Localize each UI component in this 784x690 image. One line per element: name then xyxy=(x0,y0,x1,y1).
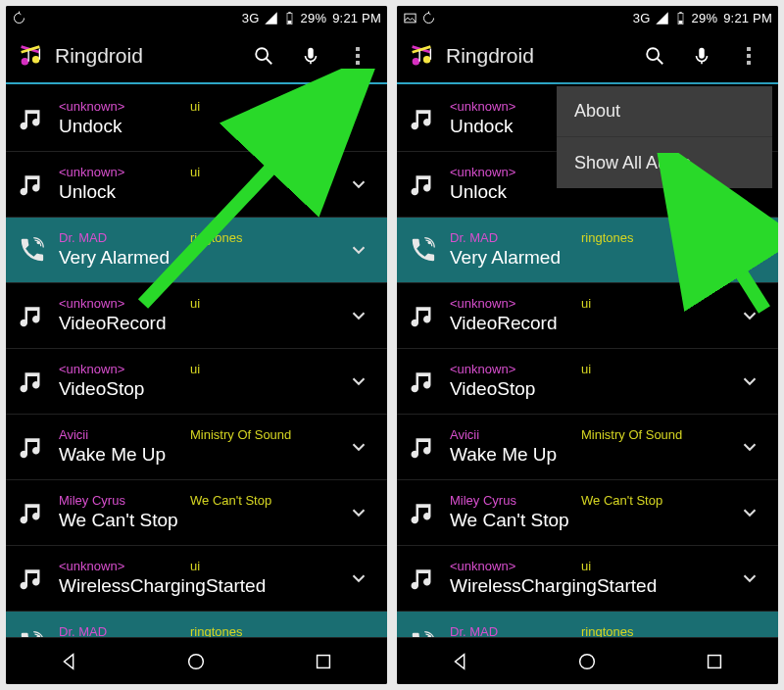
svg-rect-21 xyxy=(699,48,705,59)
signal-icon xyxy=(655,11,669,25)
list-item[interactable]: Miley CyrusWe Can't StopWe Can't Stop xyxy=(6,480,387,546)
action-bar: Ringdroid xyxy=(6,29,387,84)
artist-label: Dr. MAD xyxy=(59,231,167,245)
list-item[interactable]: <unknown>uiWirelessChargingStarted xyxy=(6,546,387,612)
list-item-meta: AviciiMinistry Of SoundWake Me Up xyxy=(51,428,334,466)
clock: 9:21 PM xyxy=(723,11,772,25)
list-item-meta: AviciiMinistry Of SoundWake Me Up xyxy=(442,428,725,466)
artist-label: Miley Cyrus xyxy=(59,494,167,508)
expand-button[interactable] xyxy=(334,502,383,523)
svg-point-24 xyxy=(580,654,595,668)
expand-button[interactable] xyxy=(725,239,774,261)
expand-button[interactable] xyxy=(334,173,383,195)
list-item[interactable]: AviciiMinistry Of SoundWake Me Up xyxy=(397,415,778,480)
nav-home-button[interactable] xyxy=(167,642,225,681)
music-note-icon xyxy=(14,564,51,593)
action-bar: Ringdroid xyxy=(397,29,778,84)
nav-back-button[interactable] xyxy=(40,642,99,681)
list-item[interactable]: <unknown>uiVideoRecord xyxy=(397,283,778,349)
artist-label: <unknown> xyxy=(59,363,167,376)
list-item[interactable]: Dr. MADringtonesWorld xyxy=(397,612,778,637)
svg-rect-1 xyxy=(288,12,291,13)
list-item[interactable]: <unknown>uiWirelessChargingStarted xyxy=(397,546,778,612)
track-title: WirelessChargingStarted xyxy=(450,575,725,597)
music-note-icon xyxy=(14,367,51,396)
music-note-icon xyxy=(405,564,442,593)
nav-home-button[interactable] xyxy=(558,642,616,681)
battery-icon xyxy=(282,11,297,25)
artist-label: Avicii xyxy=(450,428,558,442)
battery-percent: 29% xyxy=(692,11,718,25)
nav-recents-button[interactable] xyxy=(294,642,353,681)
expand-button[interactable] xyxy=(725,567,774,589)
expand-button[interactable] xyxy=(725,502,774,523)
album-label: Ministry Of Sound xyxy=(190,428,291,442)
list-item[interactable]: <unknown>uiVideoStop xyxy=(6,349,387,415)
expand-button[interactable] xyxy=(725,370,774,392)
mic-button[interactable] xyxy=(678,32,725,79)
artist-label: Dr. MAD xyxy=(450,625,558,637)
list-item[interactable]: <unknown>uiVideoRecord xyxy=(6,283,387,349)
overflow-menu-button[interactable] xyxy=(725,32,772,79)
list-item[interactable]: Miley CyrusWe Can't StopWe Can't Stop xyxy=(397,480,778,546)
list-item-meta: <unknown>uiVideoRecord xyxy=(442,297,725,334)
list-item[interactable]: <unknown>uiUndock xyxy=(6,86,387,152)
expand-button[interactable] xyxy=(334,239,383,261)
list-item-meta: <unknown>uiWirelessChargingStarted xyxy=(442,560,725,597)
overflow-menu-button[interactable] xyxy=(334,32,381,79)
album-label: ui xyxy=(581,363,591,376)
svg-point-3 xyxy=(22,58,29,66)
list-item-meta: <unknown>uiWirelessChargingStarted xyxy=(51,560,334,597)
track-title: Unlock xyxy=(59,181,334,203)
expand-button[interactable] xyxy=(725,305,774,326)
app-logo-icon xyxy=(407,41,436,71)
list-item-meta: Miley CyrusWe Can't StopWe Can't Stop xyxy=(51,494,334,531)
artist-label: <unknown> xyxy=(450,100,558,114)
list-item[interactable]: Dr. MADringtonesWorld xyxy=(6,612,387,637)
audio-list[interactable]: <unknown>uiUndock<unknown>uiUnlockDr. MA… xyxy=(6,86,387,637)
expand-button[interactable] xyxy=(334,305,383,326)
track-title: Wake Me Up xyxy=(59,444,334,466)
album-label: ui xyxy=(190,560,200,573)
artist-label: Miley Cyrus xyxy=(450,494,558,508)
expand-button[interactable] xyxy=(334,436,383,458)
sync-icon xyxy=(421,11,436,25)
track-title: We Can't Stop xyxy=(450,510,725,531)
list-item[interactable]: AviciiMinistry Of SoundWake Me Up xyxy=(6,415,387,480)
list-item[interactable]: <unknown>uiUnlock xyxy=(6,152,387,218)
svg-rect-15 xyxy=(679,12,682,13)
artist-label: <unknown> xyxy=(59,100,167,114)
signal-icon xyxy=(264,11,278,25)
more-vert-icon xyxy=(747,47,751,65)
svg-rect-2 xyxy=(287,21,291,24)
track-title: Undock xyxy=(59,116,334,137)
list-item-meta: Dr. MADringtonesWorld xyxy=(442,625,725,637)
list-item[interactable]: Dr. MADringtonesVery Alarmed xyxy=(6,218,387,283)
search-button[interactable] xyxy=(631,32,678,79)
artist-label: Dr. MAD xyxy=(450,231,558,245)
search-button[interactable] xyxy=(240,32,287,79)
track-title: Wake Me Up xyxy=(450,444,725,466)
mic-button[interactable] xyxy=(287,32,334,79)
menu-item-show-all-audio[interactable]: Show All Audio xyxy=(557,137,772,188)
app-logo-icon xyxy=(16,41,45,71)
artist-label: <unknown> xyxy=(59,297,167,311)
artist-label: <unknown> xyxy=(450,297,558,311)
expand-button[interactable] xyxy=(334,370,383,392)
list-item[interactable]: <unknown>uiVideoStop xyxy=(397,349,778,415)
list-item-meta: Miley CyrusWe Can't StopWe Can't Stop xyxy=(442,494,725,531)
network-type: 3G xyxy=(633,11,651,25)
menu-item-about[interactable]: About xyxy=(557,86,772,137)
svg-point-10 xyxy=(189,654,204,668)
list-item-meta: Dr. MADringtonesVery Alarmed xyxy=(442,231,725,269)
expand-button[interactable] xyxy=(725,436,774,458)
more-vert-icon xyxy=(356,47,360,65)
nav-recents-button[interactable] xyxy=(685,642,744,681)
list-item[interactable]: Dr. MADringtonesVery Alarmed xyxy=(397,218,778,283)
svg-rect-16 xyxy=(678,21,682,24)
expand-button[interactable] xyxy=(334,567,383,589)
artist-label: <unknown> xyxy=(450,166,558,179)
battery-icon xyxy=(673,11,688,25)
track-title: We Can't Stop xyxy=(59,510,334,531)
nav-back-button[interactable] xyxy=(431,642,490,681)
